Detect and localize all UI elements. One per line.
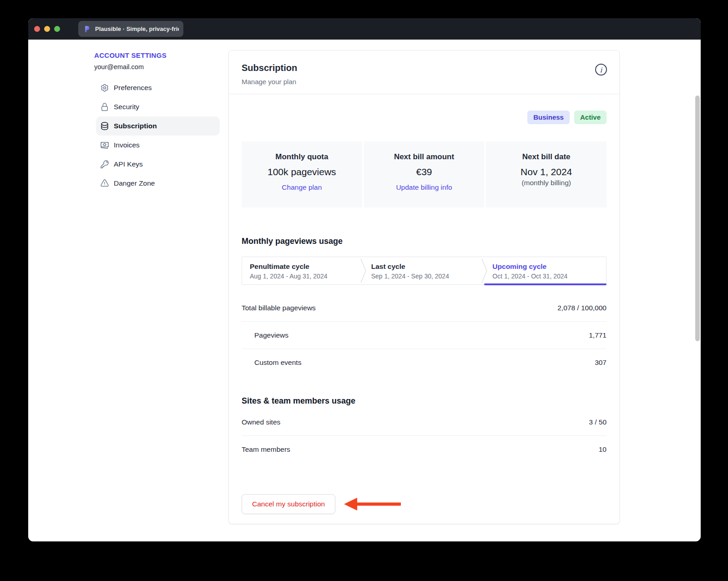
browser-window: Plausible · Simple, privacy-frien ACCOUN… [28,18,701,541]
stat-cell-next-bill-amount: Next bill amount €39 Update billing info [364,141,485,207]
info-icon[interactable]: i [595,63,607,76]
key-icon [100,160,109,169]
change-plan-link[interactable]: Change plan [282,182,322,192]
header-divider [229,94,619,94]
sidebar-item-label: Danger Zone [114,179,155,187]
row-label: Total billable pageviews [242,304,316,312]
sidebar-item-label: Security [114,103,139,111]
warning-triangle-icon [100,179,109,188]
sites-table: Owned sites 3 / 50 Team members 10 [242,409,607,463]
sidebar-item-security[interactable]: Security [96,97,220,116]
cancel-row: Cancel my subscription [242,494,607,514]
sidebar-item-label: API Keys [114,160,143,168]
stat-value: 100k pageviews [242,166,362,178]
minimize-window-button[interactable] [44,26,50,32]
svg-text:i: i [600,66,603,74]
row-label: Owned sites [242,418,280,426]
cancel-subscription-button[interactable]: Cancel my subscription [242,494,335,514]
close-window-button[interactable] [34,26,40,32]
sites-usage-heading: Sites & team members usage [242,395,607,406]
page-subtitle: Manage your plan [242,77,607,87]
cycle-label: Upcoming cycle [492,262,606,271]
stat-title: Monthly quota [242,152,362,162]
scrollbar-thumb[interactable] [695,96,700,341]
tab-upcoming-cycle[interactable]: Upcoming cycle Oct 1, 2024 - Oct 31, 202… [485,257,606,284]
cycle-label: Penultimate cycle [250,262,364,271]
window-titlebar: Plausible · Simple, privacy-frien [28,18,701,40]
stat-cell-monthly-quota: Monthly quota 100k pageviews Change plan [242,141,362,207]
row-value: 2,078 / 100,000 [557,304,607,312]
update-billing-info-link[interactable]: Update billing info [396,182,452,192]
stat-title: Next bill date [486,152,607,162]
pageviews-usage-heading: Monthly pageviews usage [242,236,607,247]
plausible-logo-icon [83,25,91,33]
account-email: your@email.com [94,62,222,71]
row-label: Team members [242,445,290,454]
account-settings-title: ACCOUNT SETTINGS [94,51,222,60]
annotation-arrow-icon [343,496,403,514]
subscription-panel: Subscription Manage your plan i Business… [228,50,620,524]
table-row: Total billable pageviews 2,078 / 100,000 [242,294,607,322]
tab-penultimate-cycle[interactable]: Penultimate cycle Aug 1, 2024 - Aug 31, … [242,257,364,284]
banknote-icon [100,141,109,150]
gear-icon [100,83,109,92]
cycle-tabs: Penultimate cycle Aug 1, 2024 - Aug 31, … [242,257,607,285]
badges-row: Business Active [242,111,607,124]
sidebar-item-label: Subscription [114,122,157,130]
sidebar-nav: Preferences Security Subscription Invoic… [96,78,220,193]
cycle-range: Sep 1, 2024 - Sep 30, 2024 [371,272,485,281]
plan-badge: Business [527,111,570,124]
stat-cell-next-bill-date: Next bill date Nov 1, 2024 (monthly bill… [486,141,607,207]
sidebar-item-preferences[interactable]: Preferences [96,78,220,97]
table-row: Custom events 307 [242,349,607,376]
sidebar-item-api-keys[interactable]: API Keys [96,155,220,174]
row-label: Pageviews [242,331,288,339]
row-value: 3 / 50 [589,418,607,426]
cycle-label: Last cycle [371,262,485,271]
sidebar-item-subscription[interactable]: Subscription [96,116,220,136]
database-icon [100,121,109,131]
row-value: 307 [595,359,607,367]
table-row: Pageviews 1,771 [242,322,607,349]
table-row: Owned sites 3 / 50 [242,409,607,436]
tab-last-cycle[interactable]: Last cycle Sep 1, 2024 - Sep 30, 2024 [364,257,485,284]
stat-value: Nov 1, 2024 [486,166,607,178]
cycle-range: Oct 1, 2024 - Oct 31, 2024 [492,272,606,281]
table-row: Team members 10 [242,436,607,463]
tab-title: Plausible · Simple, privacy-frien [95,25,179,32]
sidebar-item-danger-zone[interactable]: Danger Zone [96,174,220,193]
page-title: Subscription [242,61,607,74]
stats-row: Monthly quota 100k pageviews Change plan… [242,141,607,207]
usage-table: Total billable pageviews 2,078 / 100,000… [242,294,607,376]
traffic-lights [34,26,60,32]
sidebar-item-invoices[interactable]: Invoices [96,136,220,155]
stat-value: €39 [364,166,485,178]
row-value: 1,771 [589,331,607,339]
billing-interval-note: (monthly billing) [521,179,571,187]
zoom-window-button[interactable] [54,26,60,32]
browser-tab[interactable]: Plausible · Simple, privacy-frien [78,21,183,37]
sidebar-item-label: Invoices [114,141,140,149]
cycle-range: Aug 1, 2024 - Aug 31, 2024 [250,272,364,281]
row-value: 10 [599,445,607,454]
row-label: Custom events [242,359,301,367]
status-badge: Active [574,111,607,124]
stat-title: Next bill amount [364,152,485,162]
sidebar: ACCOUNT SETTINGS your@email.com Preferen… [94,51,222,193]
sidebar-item-label: Preferences [114,84,152,92]
lock-icon [100,102,109,111]
